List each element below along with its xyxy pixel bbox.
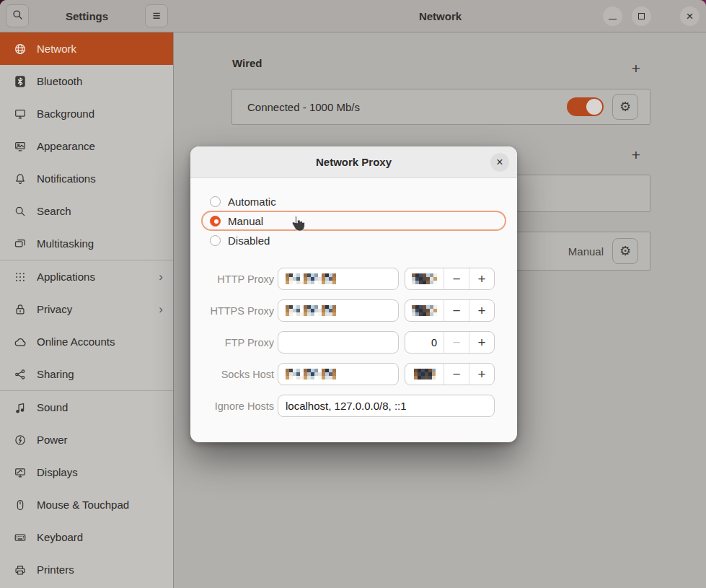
- sidebar-item-label: Mouse & Touchpad: [37, 499, 129, 511]
- plus-icon: +: [477, 303, 485, 319]
- printers-icon: [14, 563, 27, 576]
- sidebar-item-label: Bluetooth: [37, 75, 82, 87]
- ftp-proxy-port-spinner: 0 − +: [405, 331, 495, 354]
- sidebar-item-multitasking[interactable]: Multitasking: [0, 227, 173, 260]
- proxy-settings-button[interactable]: ⚙: [612, 238, 638, 264]
- socks-port-increment-button[interactable]: +: [469, 364, 494, 385]
- sidebar-item-privacy[interactable]: Privacy›: [0, 293, 173, 325]
- http-proxy-port-input[interactable]: [405, 268, 444, 289]
- displays-icon: [14, 466, 27, 479]
- sidebar-item-online-accounts[interactable]: Online Accounts: [0, 325, 173, 358]
- sidebar-item-sharing[interactable]: Sharing: [0, 358, 173, 390]
- sidebar-item-displays[interactable]: Displays: [0, 456, 173, 488]
- sidebar-item-printers[interactable]: Printers: [0, 553, 173, 586]
- ignore-hosts-row: Ignore Hosts localhost, 127.0.0.0/8, ::1: [206, 395, 506, 417]
- sidebar-item-label: Appearance: [37, 140, 95, 152]
- chevron-right-icon: ›: [159, 270, 163, 284]
- online-accounts-icon: [14, 335, 27, 348]
- sidebar-item-bluetooth[interactable]: Bluetooth: [0, 65, 173, 97]
- redacted-host-value: [286, 369, 336, 379]
- multitasking-icon: [14, 237, 27, 250]
- appearance-icon: [14, 140, 27, 153]
- https-proxy-label: HTTPS Proxy: [206, 305, 274, 317]
- wired-connection-row: Connected - 1000 Mb/s ⚙: [231, 89, 650, 125]
- socks-host-label: Socks Host: [206, 369, 274, 380]
- ftp-proxy-port-input[interactable]: 0: [405, 332, 444, 353]
- search-icon: [14, 205, 27, 218]
- https-proxy-port-input[interactable]: [405, 300, 444, 321]
- hamburger-icon: ≡: [152, 8, 160, 24]
- wired-status: Connected - 1000 Mb/s: [247, 101, 360, 113]
- http-proxy-port-spinner: − +: [405, 268, 495, 290]
- sharing-icon: [14, 368, 27, 381]
- network-proxy-dialog: Network Proxy × Automatic Manual Disable…: [190, 146, 517, 442]
- radio-unchecked-icon: [210, 235, 221, 246]
- settings-window: Settings ≡ Network × NetworkBluetoothBac…: [0, 0, 706, 588]
- dialog-close-button[interactable]: ×: [490, 153, 509, 172]
- sidebar-item-search[interactable]: Search: [0, 195, 173, 227]
- wired-section-heading: Wired: [232, 57, 262, 69]
- notifications-icon: [14, 172, 27, 185]
- add-vpn-button[interactable]: +: [627, 146, 645, 164]
- https-proxy-port-spinner: − +: [405, 299, 495, 322]
- plus-icon: +: [632, 60, 640, 77]
- proxy-option-automatic[interactable]: Automatic: [201, 192, 506, 211]
- wired-toggle[interactable]: [567, 97, 604, 116]
- minimize-button[interactable]: [603, 6, 622, 26]
- menu-button[interactable]: ≡: [145, 4, 168, 27]
- http-proxy-input[interactable]: [278, 268, 399, 290]
- http-port-increment-button[interactable]: +: [469, 268, 494, 289]
- sidebar-item-notifications[interactable]: Notifications: [0, 162, 173, 195]
- headerbar-sidebar-section: Settings ≡: [0, 0, 174, 32]
- proxy-option-disabled[interactable]: Disabled: [201, 231, 506, 250]
- socks-port-decrement-button[interactable]: −: [444, 364, 469, 385]
- https-port-increment-button[interactable]: +: [469, 300, 494, 321]
- sidebar-item-background[interactable]: Background: [0, 97, 173, 130]
- ftp-port-decrement-button: −: [444, 332, 469, 353]
- sidebar-item-label: Printers: [37, 563, 74, 576]
- close-icon: ×: [496, 156, 503, 169]
- sidebar-item-sound[interactable]: Sound: [0, 391, 173, 424]
- minimize-icon: [609, 19, 617, 19]
- proxy-option-manual[interactable]: Manual: [201, 211, 506, 231]
- sidebar-item-label: Notifications: [37, 172, 96, 185]
- sidebar-item-network[interactable]: Network: [0, 32, 173, 65]
- headerbar: Settings ≡ Network ×: [0, 0, 706, 32]
- network-icon: [14, 43, 27, 56]
- plus-icon: +: [477, 335, 485, 351]
- option-label: Automatic: [228, 196, 276, 208]
- background-icon: [14, 107, 27, 120]
- wired-settings-button[interactable]: ⚙: [612, 94, 638, 120]
- add-wired-button[interactable]: +: [627, 60, 645, 77]
- dialog-title: Network Proxy: [316, 156, 392, 168]
- sidebar-item-power[interactable]: Power: [0, 424, 173, 456]
- http-port-decrement-button[interactable]: −: [444, 268, 469, 289]
- sidebar-item-mouse[interactable]: Mouse & Touchpad: [0, 488, 173, 521]
- sidebar-item-applications[interactable]: Applications›: [0, 260, 173, 293]
- chevron-right-icon: ›: [159, 302, 163, 317]
- socks-host-row: Socks Host − +: [206, 363, 506, 385]
- redacted-port-value: [412, 273, 437, 284]
- minus-icon: −: [452, 335, 460, 351]
- sidebar-item-keyboard[interactable]: Keyboard: [0, 521, 173, 553]
- ignore-hosts-input[interactable]: localhost, 127.0.0.0/8, ::1: [278, 395, 495, 417]
- sidebar-item-appearance[interactable]: Appearance: [0, 130, 173, 162]
- ftp-proxy-row: FTP Proxy 0 − +: [206, 331, 506, 354]
- plus-icon: +: [477, 271, 485, 287]
- option-label: Manual: [228, 215, 263, 227]
- sidebar-item-label: Privacy: [37, 303, 72, 315]
- ignore-hosts-label: Ignore Hosts: [206, 400, 274, 412]
- redacted-host-value: [286, 305, 336, 316]
- https-proxy-input[interactable]: [278, 299, 399, 322]
- redacted-port-value: [412, 305, 437, 316]
- socks-port-input[interactable]: [405, 364, 444, 385]
- close-window-button[interactable]: ×: [680, 6, 700, 26]
- https-port-decrement-button[interactable]: −: [444, 300, 469, 321]
- ftp-proxy-input[interactable]: [278, 331, 399, 354]
- dialog-header: Network Proxy ×: [190, 146, 517, 178]
- socks-host-input[interactable]: [278, 363, 399, 385]
- maximize-button[interactable]: [632, 6, 651, 26]
- proxy-form: HTTP Proxy − + HTTPS Proxy: [201, 268, 506, 417]
- minus-icon: −: [452, 303, 460, 319]
- ftp-port-increment-button[interactable]: +: [469, 332, 494, 353]
